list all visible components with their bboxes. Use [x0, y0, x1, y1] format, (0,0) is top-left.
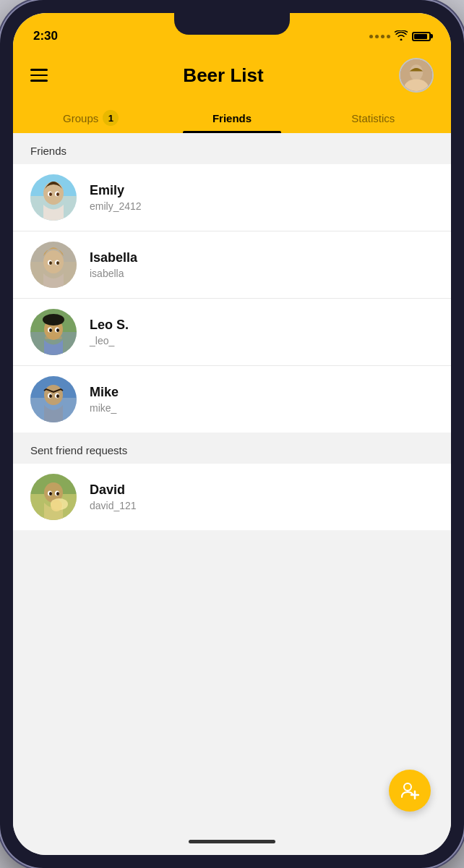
svg-point-1 [410, 64, 423, 80]
avatar-image [400, 59, 432, 91]
svg-point-37 [51, 500, 62, 511]
tabs: Groups 1 Friends Statistics [13, 101, 451, 133]
phone-frame: 2:30 [0, 0, 464, 868]
phone-screen: 2:30 [13, 13, 451, 855]
svg-point-20 [43, 314, 64, 326]
svg-point-28 [44, 385, 63, 405]
svg-point-15 [49, 261, 52, 265]
list-item[interactable]: Emily emily_2412 [13, 164, 451, 231]
leo-username: _leo_ [90, 335, 129, 346]
svg-point-41 [56, 492, 59, 495]
svg-point-23 [49, 328, 52, 332]
tab-groups[interactable]: Groups 1 [20, 101, 161, 133]
app-title: Beer List [183, 64, 263, 87]
isabella-username: isabella [90, 268, 137, 279]
friends-section-header: Friends [13, 133, 451, 164]
list-item[interactable]: Mike mike_ [13, 366, 451, 433]
emily-avatar [30, 174, 77, 221]
emily-info: Emily emily_2412 [90, 183, 142, 212]
svg-point-9 [56, 192, 59, 196]
mike-info: Mike mike_ [90, 385, 119, 414]
signal-icon [369, 35, 390, 38]
add-friend-button[interactable] [389, 770, 431, 812]
david-username: david_121 [90, 500, 137, 511]
friends-list: Emily emily_2412 [13, 164, 451, 433]
david-name: David [90, 482, 137, 498]
battery-icon [412, 32, 431, 41]
groups-badge: 1 [103, 110, 119, 126]
svg-point-16 [56, 261, 59, 265]
list-item[interactable]: David david_121 [13, 464, 451, 530]
list-item[interactable]: Isabella isabella [13, 231, 451, 299]
hamburger-line-3 [30, 80, 48, 82]
emily-username: emily_2412 [90, 200, 142, 212]
svg-point-8 [49, 192, 52, 196]
content: Friends [13, 133, 451, 855]
svg-point-40 [49, 492, 52, 495]
svg-point-31 [49, 394, 52, 398]
user-avatar[interactable] [399, 58, 434, 93]
svg-point-42 [404, 783, 411, 791]
mike-username: mike_ [90, 402, 119, 414]
david-info: David david_121 [90, 482, 137, 511]
menu-button[interactable] [30, 69, 48, 82]
isabella-name: Isabella [90, 250, 137, 265]
david-avatar [30, 474, 77, 520]
svg-point-24 [56, 328, 59, 332]
app-header: Beer List [13, 49, 451, 101]
add-friend-icon [400, 781, 419, 800]
emily-name: Emily [90, 183, 142, 198]
list-item[interactable]: Leo S. _leo_ [13, 299, 451, 366]
home-indicator[interactable] [189, 840, 275, 843]
hamburger-line-1 [30, 69, 48, 71]
svg-point-12 [43, 250, 64, 273]
tab-friends[interactable]: Friends [161, 101, 302, 133]
leo-avatar [30, 309, 77, 355]
mike-avatar [30, 376, 77, 422]
isabella-avatar [30, 242, 77, 288]
sent-requests-list: David david_121 [13, 464, 451, 530]
mike-name: Mike [90, 385, 119, 400]
leo-name: Leo S. [90, 318, 129, 333]
status-icons [369, 30, 431, 43]
sent-requests-section-header: Sent friend requests [13, 433, 451, 464]
svg-point-32 [56, 394, 59, 398]
status-time: 2:30 [33, 29, 58, 43]
svg-rect-25 [45, 336, 62, 339]
notch [174, 13, 290, 35]
svg-point-5 [43, 182, 64, 205]
wifi-icon [395, 30, 408, 43]
tab-statistics[interactable]: Statistics [303, 101, 444, 133]
isabella-info: Isabella isabella [90, 250, 137, 279]
leo-info: Leo S. _leo_ [90, 318, 129, 346]
hamburger-line-2 [30, 75, 48, 77]
